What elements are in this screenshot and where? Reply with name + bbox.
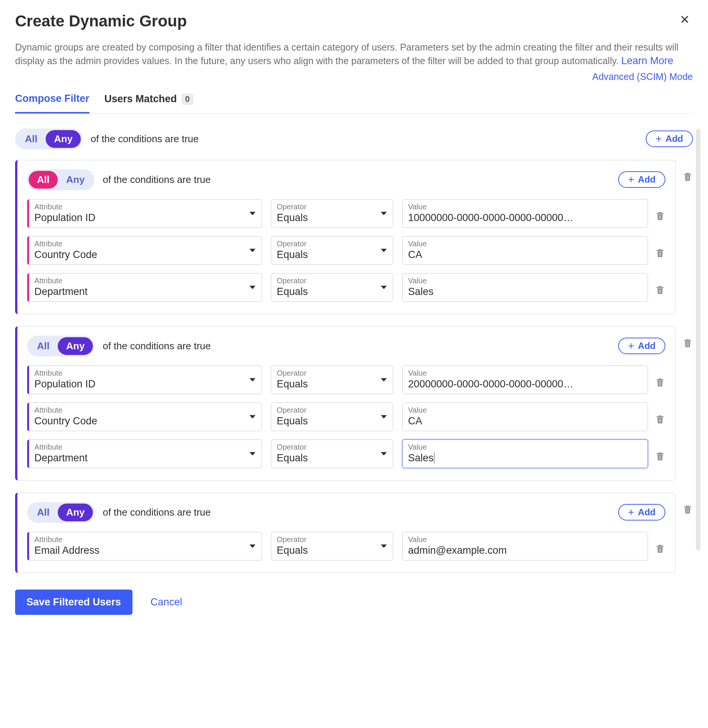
top-all-any-toggle[interactable]: All Any [15,129,82,149]
operator-select[interactable]: OperatorEquals [271,532,393,561]
chevron-down-icon [249,452,255,455]
operator-value: Equals [277,545,388,556]
attribute-value: Population ID [34,378,256,390]
value-input[interactable]: Value20000000-0000-0000-0000-00000… [402,366,648,394]
operator-select[interactable]: OperatorEquals [271,402,393,431]
delete-group-button[interactable] [682,338,693,349]
attribute-select[interactable]: AttributePopulation ID [27,366,262,394]
value-input[interactable]: ValueSales [402,439,648,468]
group-all-any-toggle[interactable]: AllAny [27,502,94,523]
attribute-select[interactable]: AttributeCountry Code [27,236,262,265]
top-toggle-all[interactable]: All [17,130,46,148]
chevron-down-icon [249,415,255,418]
group-toggle-all[interactable]: All [29,171,58,189]
plus-icon: + [628,174,634,185]
condition-row: AttributePopulation IDOperatorEqualsValu… [27,199,665,228]
group-toggle-all[interactable]: All [29,504,58,521]
field-label: Value [408,240,642,248]
value-text: CA [408,249,642,261]
save-filtered-users-button[interactable]: Save Filtered Users [15,590,132,615]
advanced-scim-mode-link[interactable]: Advanced (SCIM) Mode [592,71,693,82]
field-label: Value [408,443,642,452]
delete-condition-button[interactable] [655,543,665,554]
field-label: Value [408,203,642,211]
value-input[interactable]: Valueadmin@example.com [402,532,648,561]
attribute-select[interactable]: AttributeCountry Code [27,402,262,431]
tab-compose-filter[interactable]: Compose Filter [15,93,89,114]
value-text: 10000000-0000-0000-0000-00000… [408,212,642,224]
add-group-button[interactable]: + Add [646,131,693,147]
attribute-value: Country Code [34,415,256,427]
condition-row: AttributeEmail AddressOperatorEqualsValu… [27,532,665,561]
operator-value: Equals [277,249,388,261]
delete-condition-button[interactable] [655,284,665,296]
field-label: Value [408,276,642,285]
operator-select[interactable]: OperatorEquals [271,199,393,228]
group-toggle-all[interactable]: All [29,337,58,355]
attribute-select[interactable]: AttributeEmail Address [27,532,262,561]
group-all-any-toggle[interactable]: AllAny [27,336,94,356]
chevron-down-icon [249,286,255,289]
add-condition-button[interactable]: +Add [618,171,665,188]
delete-condition-button[interactable] [655,414,665,425]
attribute-value: Department [34,452,256,464]
group-all-any-toggle[interactable]: AllAny [27,169,94,190]
conditions-text: of the conditions are true [103,340,211,352]
value-input[interactable]: ValueCA [402,236,648,265]
condition-row: AttributeCountry CodeOperatorEqualsValue… [27,402,665,431]
attribute-select[interactable]: AttributePopulation ID [27,199,262,228]
tab-bar: Compose Filter Users Matched 0 [15,93,693,114]
scrollbar[interactable] [696,129,700,550]
cancel-button[interactable]: Cancel [151,596,182,608]
learn-more-link[interactable]: Learn More [621,55,673,66]
attribute-value: Population ID [34,212,256,224]
condition-row: AttributePopulation IDOperatorEqualsValu… [27,366,665,394]
delete-condition-button[interactable] [655,210,665,222]
operator-select[interactable]: OperatorEquals [271,236,393,265]
conditions-text: of the conditions are true [103,174,211,186]
chevron-down-icon [381,286,387,289]
attribute-value: Email Address [34,545,256,556]
attribute-value: Department [34,286,256,298]
delete-condition-button[interactable] [655,451,665,462]
delete-condition-button[interactable] [655,247,665,259]
delete-group-button[interactable] [682,504,693,515]
close-icon[interactable]: ✕ [677,12,693,27]
plus-icon: + [656,134,662,144]
group-toggle-any[interactable]: Any [58,171,93,189]
conditions-text: of the conditions are true [91,133,199,145]
operator-select[interactable]: OperatorEquals [271,273,393,302]
value-input[interactable]: Value10000000-0000-0000-0000-00000… [402,199,648,228]
attribute-select[interactable]: AttributeDepartment [27,439,262,468]
group-toggle-any[interactable]: Any [58,337,93,355]
field-label: Attribute [34,369,256,378]
condition-row: AttributeDepartmentOperatorEqualsValueSa… [27,273,665,302]
value-text: admin@example.com [408,545,642,556]
chevron-down-icon [381,212,387,215]
operator-select[interactable]: OperatorEquals [271,366,393,394]
chevron-down-icon [249,249,255,252]
delete-group-button[interactable] [682,171,693,183]
field-label: Value [408,406,642,415]
chevron-down-icon [381,249,387,252]
delete-condition-button[interactable] [655,377,665,388]
field-label: Operator [277,443,388,452]
field-label: Operator [277,203,388,211]
value-input[interactable]: ValueCA [402,402,648,431]
add-condition-button[interactable]: +Add [618,504,665,521]
top-toggle-any[interactable]: Any [46,130,81,148]
operator-value: Equals [277,286,388,298]
condition-row: AttributeDepartmentOperatorEqualsValueSa… [27,439,665,468]
field-label: Operator [277,406,388,415]
value-text: Sales [408,286,642,298]
attribute-select[interactable]: AttributeDepartment [27,273,262,302]
chevron-down-icon [381,452,387,455]
dialog-description: Dynamic groups are created by composing … [15,41,693,68]
add-condition-button[interactable]: +Add [618,338,665,354]
operator-value: Equals [277,452,388,464]
value-input[interactable]: ValueSales [402,273,648,302]
operator-select[interactable]: OperatorEquals [271,439,393,468]
group-toggle-any[interactable]: Any [58,504,93,521]
field-label: Operator [277,535,388,544]
tab-users-matched[interactable]: Users Matched 0 [105,93,194,112]
